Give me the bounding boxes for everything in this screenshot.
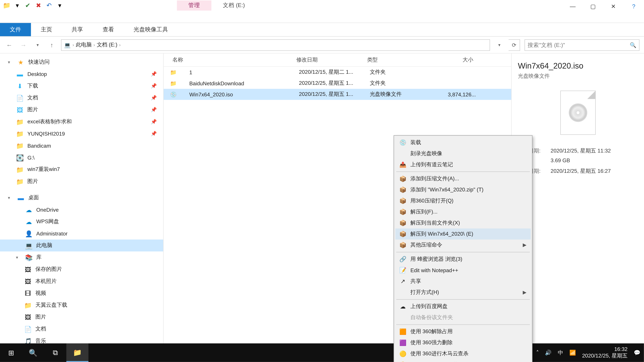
context-menu-item[interactable]: ↗共享	[395, 276, 531, 287]
ribbon-view[interactable]: 查看	[93, 23, 124, 36]
explorer-taskbar-icon[interactable]: 📁	[66, 344, 88, 362]
tree-admin[interactable]: 👤Administrator	[0, 228, 163, 240]
nav-tree[interactable]: ▾★快速访问 ▬Desktop📌 ⬇下载📌 📄文档📌 🖼图片📌 📁excel表格…	[0, 53, 164, 350]
tree-tianyi[interactable]: 📁天翼云盘下载	[0, 299, 163, 311]
path-dropdown-icon[interactable]: ▾	[494, 40, 504, 50]
tree-lib-documents[interactable]: 📄文档	[0, 323, 163, 335]
tree-saved-pictures[interactable]: 🖼保存的图片	[0, 264, 163, 275]
search-box[interactable]: 🔍	[524, 39, 640, 51]
taskbar-clock[interactable]: 16:322020/12/25, 星期五	[582, 346, 628, 359]
start-button[interactable]: ⊞	[0, 344, 22, 362]
file-list[interactable]: 名称 修改日期 类型 大小 📁 1 2020/12/15, 星期二 1... 文…	[164, 53, 511, 350]
breadcrumb-drive[interactable]: 文档 (E:)	[97, 41, 118, 49]
file-row[interactable]: 💿 Win7x64_2020.iso 2020/12/25, 星期五 1... …	[164, 89, 511, 100]
tree-pictures[interactable]: 🖼图片📌	[0, 104, 163, 116]
tree-lib-pictures[interactable]: 🖼图片	[0, 311, 163, 323]
context-menu-item[interactable]: 💿装载	[395, 137, 531, 148]
context-menu-item[interactable]: ☁上传到百度网盘	[395, 301, 531, 312]
undo-icon[interactable]: ↶	[45, 1, 53, 9]
volume-icon[interactable]: 🔊	[545, 350, 552, 356]
file-row[interactable]: 📁 BaiduNetdiskDownload 2020/12/25, 星期五 1…	[164, 78, 511, 89]
context-menu-item[interactable]: 📦添加到 "Win7x64_2020.zip" (T)	[395, 184, 531, 195]
maximize-button[interactable]: ▢	[583, 0, 603, 12]
tree-documents[interactable]: 📄文档📌	[0, 92, 163, 104]
file-row[interactable]: 📁 1 2020/12/15, 星期二 1... 文件夹	[164, 67, 511, 78]
context-menu-item[interactable]: 📦用360压缩打开(Q)	[395, 195, 531, 206]
context-menu-item[interactable]: 🟡使用 360进行木马云查杀	[395, 348, 531, 359]
action-center-icon[interactable]: 💬	[634, 350, 640, 356]
system-tray[interactable]: ˄ 🔊 中 📶 16:322020/12/25, 星期五 💬	[536, 346, 644, 359]
context-menu-item[interactable]: 📦其他压缩命令▶	[395, 240, 531, 251]
ribbon-file[interactable]: 文件	[0, 23, 31, 36]
forward-button[interactable]: →	[18, 40, 28, 50]
tray-chevron-icon[interactable]: ˄	[536, 350, 539, 356]
task-view-button[interactable]: ⧉	[44, 344, 66, 362]
col-date[interactable]: 修改日期	[296, 56, 367, 64]
ribbon-share[interactable]: 共享	[62, 23, 93, 36]
tree-local-pictures[interactable]: 🖼本机照片	[0, 275, 163, 287]
search-button[interactable]: 🔍	[22, 344, 44, 362]
up-button[interactable]: ↑	[47, 40, 57, 50]
tree-libraries[interactable]: ▾📚库	[0, 251, 163, 263]
search-input[interactable]	[528, 42, 630, 48]
context-menu-item[interactable]: 📦添加到压缩文件(A)...	[395, 173, 531, 184]
context-menu-item[interactable]: 🟪使用 360强力删除	[395, 337, 531, 348]
menu-item-label: 解压到(F)...	[410, 208, 438, 216]
context-menu-item[interactable]: 📤上传到有道云笔记	[395, 159, 531, 170]
close-red-icon[interactable]: ✖	[34, 1, 42, 9]
contextual-tab-manage[interactable]: 管理	[177, 0, 212, 11]
breadcrumb-pc[interactable]: 此电脑	[76, 41, 92, 49]
taskbar[interactable]: ⊞ 🔍 ⧉ 📁 ˄ 🔊 中 📶 16:322020/12/25, 星期五 💬	[0, 344, 644, 362]
menu-item-label: 共享	[410, 278, 421, 285]
qat-arrow-icon[interactable]: ▾	[13, 1, 21, 9]
menu-item-icon: 💿	[399, 139, 407, 146]
tree-win7[interactable]: 📁win7重装win7	[0, 164, 163, 175]
context-menu-item[interactable]: 📦解压到当前文件夹(X)	[395, 217, 531, 228]
col-size[interactable]: 大小	[429, 56, 482, 64]
tree-wps[interactable]: ☁WPS网盘	[0, 216, 163, 228]
breadcrumb[interactable]: 💻› 此电脑› 文档 (E:)›	[61, 39, 490, 51]
context-menu-item[interactable]: 📦解压到(F)...	[395, 206, 531, 217]
tree-gdrive[interactable]: 💽G:\	[0, 151, 163, 163]
back-button[interactable]: ←	[4, 40, 14, 50]
file-date: 2020/12/25, 星期五 1...	[299, 80, 370, 87]
context-menu[interactable]: 💿装载刻录光盘映像📤上传到有道云笔记📦添加到压缩文件(A)...📦添加到 "Wi…	[394, 135, 532, 362]
tree-bandicam[interactable]: 📁Bandicam	[0, 140, 163, 151]
col-name[interactable]: 名称	[164, 56, 296, 64]
col-type[interactable]: 类型	[367, 56, 429, 64]
tree-excel[interactable]: 📁excel表格制作求和📌	[0, 116, 163, 128]
menu-item-label: 自动备份该文件夹	[410, 314, 453, 321]
context-menu-item[interactable]: 📝Edit with Notepad++	[395, 265, 531, 276]
tree-this-pc[interactable]: 💻此电脑	[0, 240, 163, 251]
recent-dropdown[interactable]: ▾	[33, 40, 42, 50]
close-button[interactable]: ✕	[603, 0, 624, 12]
context-menu-item[interactable]: 🟧使用 360解除占用	[395, 326, 531, 337]
ribbon-disc-tools[interactable]: 光盘映像工具	[124, 23, 178, 36]
context-menu-item[interactable]: 打开方式(H)▶	[395, 287, 531, 298]
tree-pictures2[interactable]: 📁图片	[0, 175, 163, 187]
tree-quick-access[interactable]: ▾★快速访问	[0, 56, 163, 68]
context-menu-item[interactable]: 🟡使用 360管理右键菜单	[395, 359, 531, 362]
disc-icon	[568, 103, 587, 122]
context-menu-item[interactable]: 刻录光盘映像	[395, 148, 531, 159]
context-menu-item[interactable]: 🔗用 蜂蜜浏览器 浏览(3)	[395, 254, 531, 265]
qat-more-icon[interactable]: ▾	[56, 1, 64, 9]
column-headers[interactable]: 名称 修改日期 类型 大小	[164, 53, 511, 67]
help-icon[interactable]: ?	[624, 0, 644, 12]
tree-onedrive[interactable]: ☁OneDrive	[0, 204, 163, 216]
network-icon[interactable]: 📶	[569, 350, 576, 356]
menu-item-icon: 📦	[399, 209, 407, 215]
check-icon[interactable]: ✔	[24, 1, 32, 9]
tree-yunqishi[interactable]: 📁YUNQISHI2019📌	[0, 128, 163, 140]
context-menu-item[interactable]: 📦解压到 Win7x64_2020\ (E)	[395, 228, 531, 240]
tree-videos[interactable]: 🎞视频	[0, 287, 163, 299]
tree-downloads[interactable]: ⬇下载📌	[0, 80, 163, 92]
ribbon-home[interactable]: 主页	[31, 23, 62, 36]
ribbon: 文件 主页 共享 查看 光盘映像工具	[0, 23, 644, 36]
search-icon[interactable]: 🔍	[630, 42, 636, 48]
tree-desktop-root[interactable]: ▾▬桌面	[0, 192, 163, 204]
ime-indicator[interactable]: 中	[558, 349, 563, 357]
tree-desktop[interactable]: ▬Desktop📌	[0, 68, 163, 80]
refresh-button[interactable]: ⟳	[509, 39, 520, 51]
minimize-button[interactable]: —	[562, 0, 583, 12]
